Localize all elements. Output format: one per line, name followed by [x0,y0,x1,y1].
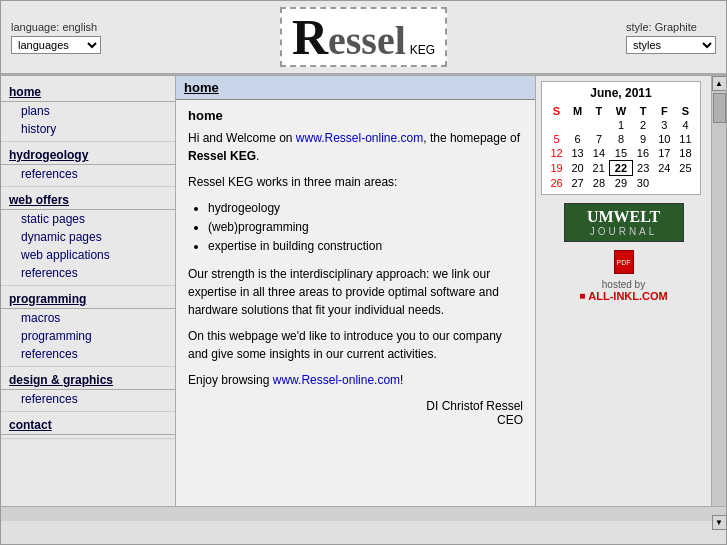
cal-day[interactable]: 9 [632,132,654,146]
sidebar-link-design-references[interactable]: references [1,390,175,408]
enjoy-link[interactable]: www.Ressel-online.com [273,373,400,387]
cal-day[interactable]: 30 [632,176,654,191]
calendar-body: 1234567891011121314151617181920212223242… [546,118,696,190]
scroll-down-arrow[interactable]: ▼ [712,515,727,530]
hosted-by-label: hosted by [541,279,706,290]
cal-header-t2: T [632,104,654,118]
cal-day[interactable]: 3 [654,118,675,132]
signature-title: CEO [188,413,523,427]
cal-header-f: F [654,104,675,118]
sidebar-header-contact[interactable]: contact [1,414,175,435]
cal-day[interactable]: 27 [567,176,588,191]
language-section: language: english languages deutsch [11,21,101,54]
content-area: home home Hi and Welcome on www.Ressel-o… [176,76,536,506]
cal-day[interactable]: 24 [654,161,675,176]
list-item: hydrogeology [208,199,523,218]
cal-day[interactable]: 6 [567,132,588,146]
sidebar-link-web-applications[interactable]: web applications [1,246,175,264]
language-label: language: english [11,21,101,33]
intro-paragraph: Hi and Welcome on www.Ressel-online.com,… [188,129,523,165]
signature: DI Christof Ressel CEO [188,399,523,427]
sidebar-link-static-pages[interactable]: static pages [1,210,175,228]
top-bar: language: english languages deutsch R es… [1,1,726,74]
cal-day[interactable]: 19 [546,161,567,176]
sidebar-header-home[interactable]: home [1,81,175,102]
cal-day[interactable]: 23 [632,161,654,176]
cal-day [567,118,588,132]
areas-list: hydrogeology (web)programming expertise … [208,199,523,257]
cal-header-w: W [610,104,632,118]
cal-header-m: M [567,104,588,118]
sidebar-header-web-offers[interactable]: web offers [1,189,175,210]
sidebar-section-home: home plans history [1,81,175,142]
sidebar-link-macros[interactable]: macros [1,309,175,327]
cal-day[interactable]: 13 [567,146,588,161]
cal-day[interactable]: 18 [675,146,696,161]
cal-day[interactable]: 10 [654,132,675,146]
calendar: June, 2011 S M T W T F S [541,81,701,195]
sidebar-header-hydrogeology[interactable]: hydrogeology [1,144,175,165]
cal-day[interactable]: 29 [610,176,632,191]
sidebar-link-prog-references[interactable]: references [1,345,175,363]
calendar-title: June, 2011 [546,86,696,100]
logo-box: R essel KEG [280,7,447,67]
sidebar-link-web-references[interactable]: references [1,264,175,282]
scroll-up-arrow[interactable]: ▲ [712,76,727,91]
umwelt-banner[interactable]: UMWELT JOURNAL [564,203,684,242]
scroll-thumb[interactable] [713,93,726,123]
cal-day[interactable]: 7 [588,132,610,146]
cal-day[interactable]: 2 [632,118,654,132]
sidebar-link-programming[interactable]: programming [1,327,175,345]
cal-day[interactable]: 17 [654,146,675,161]
cal-day[interactable]: 5 [546,132,567,146]
pdf-icon[interactable]: PDF [614,250,634,274]
cal-day [546,118,567,132]
umwelt-title: UMWELT [569,208,679,226]
cal-day[interactable]: 21 [588,161,610,176]
style-label: style: Graphite [626,21,716,33]
cal-day[interactable]: 15 [610,146,632,161]
style-select[interactable]: styles default graphite [626,36,716,54]
intro-cont: , the homepage of [423,131,520,145]
intro-end: . [256,149,259,163]
logo-essel: essel [328,21,406,61]
cal-day[interactable]: 1 [610,118,632,132]
sidebar-section-web-offers: web offers static pages dynamic pages we… [1,189,175,286]
cal-day[interactable]: 8 [610,132,632,146]
sidebar-section-hydrogeology: hydrogeology references [1,144,175,187]
logo-keg: KEG [410,43,435,62]
signature-name: DI Christof Ressel [188,399,523,413]
sidebar-header-design-graphics[interactable]: design & graphics [1,369,175,390]
pdf-section: PDF [541,250,706,274]
content-title: home [188,108,523,123]
sidebar-link-dynamic-pages[interactable]: dynamic pages [1,228,175,246]
sidebar-link-hydro-references[interactable]: references [1,165,175,183]
sidebar-link-history[interactable]: history [1,120,175,138]
cal-day[interactable]: 11 [675,132,696,146]
sidebar-section-contact: contact [1,414,175,439]
cal-header-s: S [546,104,567,118]
cal-day[interactable]: 28 [588,176,610,191]
main-row: home plans history hydrogeology referenc… [1,76,726,506]
allinkl-icon: ■ [579,290,585,301]
cal-day[interactable]: 16 [632,146,654,161]
cal-day[interactable]: 12 [546,146,567,161]
logo-r: R [292,12,328,62]
cal-day[interactable]: 4 [675,118,696,132]
sidebar-header-programming[interactable]: programming [1,288,175,309]
cal-day[interactable]: 25 [675,161,696,176]
style-section: style: Graphite styles default graphite [626,21,716,54]
hosted-provider[interactable]: ■ ALL-INKL.COM [541,290,706,302]
enjoy-text: Enjoy browsing [188,373,273,387]
scrollbar[interactable]: ▲ ▼ [711,76,726,506]
intro-link[interactable]: www.Ressel-online.com [296,131,423,145]
cal-day[interactable]: 22 [610,161,632,176]
cal-day[interactable]: 20 [567,161,588,176]
logo-wrapper: R essel KEG [101,7,626,67]
cal-day[interactable]: 26 [546,176,567,191]
cal-day[interactable]: 14 [588,146,610,161]
language-select[interactable]: languages deutsch [11,36,101,54]
strength-paragraph: Our strength is the interdisciplinary ap… [188,265,523,319]
sidebar-link-plans[interactable]: plans [1,102,175,120]
cal-day [675,176,696,191]
